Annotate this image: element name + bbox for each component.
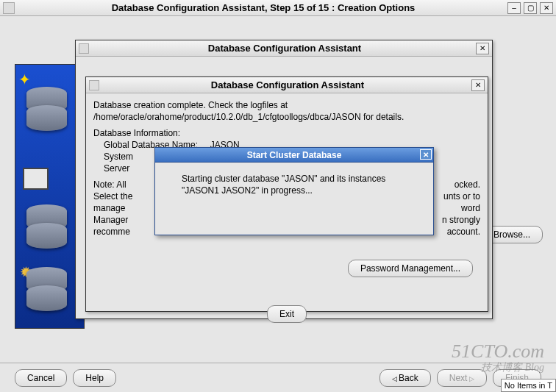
minimize-button[interactable]: – [507,2,521,14]
close-button[interactable]: ✕ [471,79,485,91]
disk-icon [26,285,67,311]
back-button[interactable]: Back [379,369,431,387]
app-icon [89,80,99,90]
note-line-end: word [461,202,480,214]
close-button[interactable]: ✕ [420,149,432,160]
start-cluster-titlebar[interactable]: Start Cluster Database ✕ [155,148,433,163]
next-button: Next [437,369,487,387]
db-info-heading: Database Information: [93,127,480,139]
disk-icon [26,105,67,131]
note-line: Select the [93,190,132,202]
wizard-sidebar-image: ✦ ✹ [15,64,85,329]
note-line-end: ocked. [455,179,480,190]
square-icon [23,168,49,190]
app-icon [79,43,89,54]
completion-message: Database creation complete. Check the lo… [93,99,480,123]
app-icon [3,2,15,14]
status-no-items: No Items in T [501,379,556,392]
start-cluster-title: Start Cluster Database [247,150,342,160]
disk-icon [26,223,67,249]
password-management-button[interactable]: Password Management... [348,260,473,277]
wizard-bottom-bar: Cancel Help Back Next Finish [0,363,556,392]
star-icon: ✦ [18,71,31,88]
close-button[interactable]: ✕ [476,43,489,54]
note-line-end: unts or to [443,190,480,202]
note-line: manage [93,202,125,214]
dbca-dialog-outer-titlebar[interactable]: Database Configuration Assistant ✕ [76,40,492,57]
note-line: Note: All [93,179,126,190]
start-cluster-body: Starting cluster database "JASON" and it… [155,163,433,207]
note-line: recomme [93,226,130,238]
note-line: Manager [93,214,128,226]
cancel-button[interactable]: Cancel [15,369,67,387]
start-cluster-dialog: Start Cluster Database ✕ Starting cluste… [154,147,434,235]
close-button[interactable]: ✕ [540,2,553,14]
maximize-button[interactable]: ▢ [524,2,537,14]
dbca-dialog-outer-title: Database Configuration Assistant [93,43,476,54]
note-line-end: account. [447,226,480,238]
dbca-completion-title: Database Configuration Assistant [104,79,471,90]
main-titlebar: Database Configuration Assistant, Step 1… [0,0,556,16]
note-line-end: n strongly [442,214,480,226]
main-window-title: Database Configuration Assistant, Step 1… [19,2,507,13]
dbca-completion-titlebar[interactable]: Database Configuration Assistant ✕ [86,77,488,93]
help-button[interactable]: Help [73,369,116,387]
exit-button[interactable]: Exit [267,305,307,323]
